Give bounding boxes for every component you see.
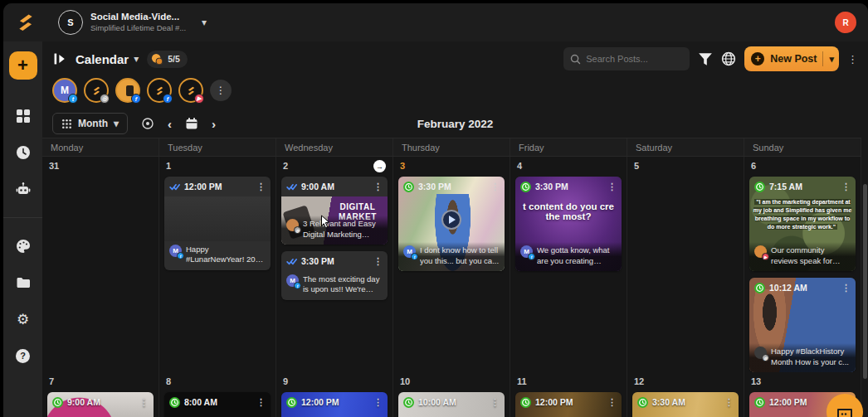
post-more-icon[interactable]: ⋮ — [724, 398, 734, 407]
account-avatar-4[interactable]: f — [147, 78, 172, 103]
post-more-icon[interactable]: ⋮ — [490, 398, 500, 407]
prev-month-icon[interactable]: ‹ — [168, 118, 172, 130]
workspace-title: Social Media-Vide... — [90, 12, 186, 23]
post-card[interactable]: 3:30 PM⋮MtThe most exciting day is upon … — [281, 251, 388, 300]
calendar-cell-1[interactable]: 112:00 PM⋮MtHappy #LunarNewYear! 2022 is… — [159, 157, 276, 372]
plus-icon: + — [751, 52, 764, 65]
simplified-logo-icon[interactable] — [15, 12, 37, 33]
calendar-cell-3[interactable]: 33:30 PM⋮MtI dont know how to tell you t… — [393, 157, 510, 372]
post-card-header: 3:30 PM⋮ — [398, 177, 505, 196]
next-month-icon[interactable]: › — [212, 118, 216, 130]
account-avatar-5[interactable]: ▶ — [178, 78, 203, 103]
create-new-button[interactable]: + — [9, 51, 37, 80]
help-icon[interactable]: ? — [16, 348, 31, 363]
post-more-icon[interactable]: ⋮ — [841, 284, 851, 293]
account-avatar-1[interactable]: Mt — [52, 78, 77, 103]
video-play-icon[interactable] — [441, 210, 461, 230]
simplified-logo-icon — [154, 85, 165, 96]
post-more-icon[interactable]: ⋮ — [373, 257, 383, 266]
post-more-icon[interactable]: ⋮ — [841, 182, 851, 192]
post-card[interactable]: 9:00 AM⋮DIGITAL MARKET◎3 Relevant and Ea… — [281, 177, 388, 245]
caption-overlay: ◎Happy #BlackHistory Month How is your c… — [749, 343, 856, 372]
globe-icon[interactable] — [721, 51, 736, 66]
ai-robot-icon[interactable] — [16, 182, 31, 196]
day-header-tuesday: Tuesday — [159, 138, 276, 156]
caption-overlay: ◎3 Relevant and Easy Digital Marketing S… — [281, 216, 388, 245]
calendar-cell-10[interactable]: 1010:00 AM⋮ — [393, 372, 510, 417]
post-more-icon[interactable]: ⋮ — [490, 182, 500, 192]
post-card[interactable]: 12:00 PM⋮MtHappy #LunarNewYear! 2022 is … — [164, 177, 271, 270]
scheduled-icon — [754, 283, 765, 293]
post-thumbnail: DIGITAL MARKET◎3 Relevant and Easy Digit… — [281, 196, 388, 245]
post-card[interactable]: 10:12 AM⋮◎Happy #BlackHistory Month How … — [749, 278, 856, 372]
date-number: 5 — [634, 161, 639, 171]
post-more-icon[interactable]: ⋮ — [256, 182, 266, 192]
user-avatar[interactable]: R — [835, 12, 856, 33]
recent-clock-icon[interactable] — [16, 145, 31, 160]
filter-icon[interactable] — [698, 51, 713, 66]
post-card[interactable]: 3:30 AM⋮ — [632, 392, 739, 417]
calendar-cell-9[interactable]: 912:00 PM⋮ — [276, 372, 393, 417]
calendar-cell-31[interactable]: 31 — [42, 157, 159, 372]
post-more-icon[interactable]: ⋮ — [373, 398, 383, 407]
credits-badge[interactable]: 5/5 — [147, 51, 188, 68]
accounts-more-button[interactable]: ⋮ — [210, 80, 232, 101]
apps-grid-icon[interactable] — [16, 109, 31, 124]
post-card[interactable]: 12:00 PM⋮ — [281, 392, 388, 417]
post-more-icon[interactable]: ⋮ — [256, 398, 266, 407]
new-post-dropdown-icon[interactable]: ▾ — [829, 54, 834, 65]
caption-avatar: Mt — [520, 245, 533, 258]
scheduled-icon — [286, 397, 297, 408]
post-card[interactable]: 3:30 PM⋮t content do you cre the most?Mt… — [515, 177, 622, 271]
post-card[interactable]: 7:15 AM⋮"I am the marketing department a… — [749, 177, 856, 271]
post-more-icon[interactable]: ⋮ — [607, 398, 617, 407]
day-header-row: MondayTuesdayWednesdayThursdayFridaySatu… — [42, 138, 861, 157]
post-card[interactable]: 10:00 AM⋮ — [398, 392, 505, 417]
post-card[interactable]: 8:00 AM⋮ — [164, 392, 271, 417]
workspace-switcher[interactable]: S Social Media-Vide... Simplified Lifeti… — [58, 10, 207, 35]
day-header-friday: Friday — [510, 138, 627, 156]
post-card-header: 8:00 AM⋮ — [164, 392, 271, 412]
account-avatar-2[interactable]: ◎ — [84, 78, 109, 103]
connected-accounts-row: Mt◎ff▶⋮ — [42, 76, 868, 109]
header-more-icon[interactable]: ⋮ — [847, 54, 858, 65]
post-more-icon[interactable]: ⋮ — [373, 182, 383, 192]
search-input[interactable]: Search Posts... — [563, 47, 690, 70]
post-card[interactable]: 3:30 PM⋮MtI dont know how to tell you th… — [398, 177, 505, 271]
account-avatar-3[interactable]: f — [115, 78, 140, 103]
settings-gear-icon[interactable]: ⚙ — [16, 312, 31, 327]
facebook-badge-icon: f — [163, 94, 173, 104]
calendar-cell-7[interactable]: 79:00 AM⋮ — [42, 372, 159, 417]
calendar-cell-4[interactable]: 43:30 PM⋮t content do you cre the most?M… — [510, 157, 627, 372]
calendar-cell-11[interactable]: 1112:00 PM⋮ — [510, 372, 627, 417]
calendar-cell-8[interactable]: 88:00 AM⋮ — [159, 372, 276, 417]
post-card[interactable]: 9:00 AM⋮ — [47, 392, 154, 417]
caption-text: 3 Relevant and Easy Digital Marketing St… — [303, 219, 383, 240]
calendar-cell-12[interactable]: 123:30 AM⋮ — [627, 372, 744, 417]
calendar-cell-2[interactable]: 2→9:00 AM⋮DIGITAL MARKET◎3 Relevant and … — [276, 157, 393, 372]
calendar-cell-6[interactable]: 67:15 AM⋮"I am the marketing department … — [744, 157, 861, 372]
thumbnail-text: "I am the marketing department at my job… — [753, 198, 852, 232]
month-title: February 2022 — [42, 118, 868, 130]
folder-icon[interactable] — [16, 275, 31, 290]
new-post-button[interactable]: + New Post ▾ — [744, 46, 839, 71]
arrow-circle-icon[interactable]: → — [373, 160, 386, 172]
caption-text: Happy #LunarNewYear! 2022 is the Year of… — [186, 245, 266, 265]
caption-text: Our community reviews speak for themselv… — [771, 245, 851, 266]
view-selector-button[interactable]: Month ▾ — [52, 113, 128, 134]
post-time: 3:30 AM — [652, 397, 685, 407]
calendar-cell-5[interactable]: 5 — [627, 157, 744, 372]
calendar-icon[interactable] — [185, 117, 198, 130]
post-card[interactable]: 12:00 PM⋮ — [515, 392, 622, 417]
post-thumbnail — [164, 196, 271, 241]
post-more-icon[interactable]: ⋮ — [139, 398, 149, 407]
chevron-down-icon[interactable]: ▾ — [202, 17, 207, 28]
collapse-sidebar-icon[interactable] — [52, 51, 67, 66]
scrollbar-thumb[interactable] — [863, 184, 867, 379]
date-number: 11 — [517, 376, 527, 386]
design-palette-icon[interactable] — [16, 239, 31, 254]
today-target-icon[interactable] — [141, 117, 154, 130]
post-more-icon[interactable]: ⋮ — [607, 182, 617, 192]
calendar-dropdown-icon[interactable]: ▾ — [134, 53, 139, 65]
post-time: 3:30 PM — [535, 182, 568, 192]
